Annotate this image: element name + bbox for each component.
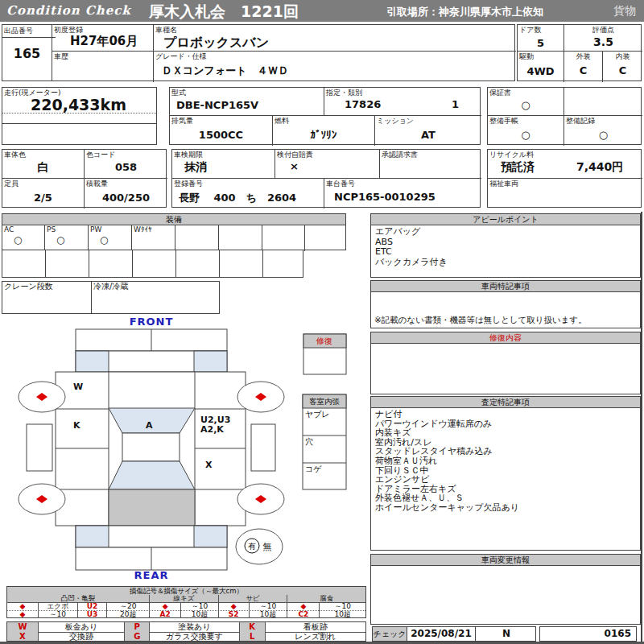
first-reg-value: H27年06月: [70, 34, 138, 49]
crane-label: クレーン段数: [4, 283, 53, 291]
cabin-interior-title: 客室内張: [309, 397, 340, 406]
color-code-label: 色コード: [86, 151, 115, 159]
equipment-item-label: PW: [90, 225, 101, 233]
change-info-panel: 車両変更情報: [370, 554, 641, 625]
equipment-item-value: ○: [56, 234, 64, 246]
car-damage-diagram: FRONT REAR: [0, 312, 370, 586]
insurance-label: 検付自賠責: [277, 151, 313, 159]
assessment-item: エンジンサビ: [375, 475, 638, 485]
front-label: FRONT: [130, 316, 174, 328]
exterior-grade: C: [564, 64, 602, 76]
maintenance-book-label: 整備手帳: [489, 117, 518, 125]
equipment-item-label: AC: [4, 225, 14, 233]
code-desc: 交換跡: [39, 632, 126, 641]
color-code-value: 058: [85, 161, 167, 173]
approval-label: 承認請求書: [382, 151, 418, 159]
equipment-item-value: ○: [100, 234, 108, 246]
mileage-value: 220,433km: [31, 96, 126, 114]
reg-no-value: 長野 400 ち 2604: [179, 191, 296, 205]
legend-cell: ～10: [181, 602, 219, 610]
legend-symbol: ◆: [150, 602, 181, 610]
legend-group: サビ: [219, 595, 288, 602]
cabin-row-label: ヤブレ: [305, 410, 330, 419]
mark-left-fender: W: [73, 382, 83, 392]
code-letter: L: [240, 632, 266, 641]
load-label: 積載量: [86, 180, 108, 188]
legend-code: U3: [78, 610, 108, 618]
assessment-item: パワーウインドウ運転席のみ: [375, 419, 638, 429]
registration-table: 車検期限 抹消 検付自賠責 × 承認請求書 登録番号 長野 400 ち 2604…: [171, 149, 481, 208]
mark-right-door-2: A2,K: [200, 424, 224, 435]
appeal-item: ABS: [375, 237, 638, 248]
recycle-table: リサイクル料 預託済 7,440円 福祉車両: [487, 149, 642, 208]
class-no: 17826: [345, 98, 381, 110]
legend-cell: 10超: [181, 610, 219, 618]
front-corner-left: [76, 351, 109, 372]
legend-symbol: ◆: [7, 610, 39, 618]
equipment-title: 装備: [2, 214, 345, 225]
vehicle-notes-title: 車両特記事項: [371, 281, 640, 292]
maintenance-book-value: ○: [488, 129, 564, 141]
documents-table: 保証書 ○ 整備手帳 ○ 整備記録 ○: [487, 87, 642, 145]
class-no2: 1: [452, 98, 459, 110]
mission-value: AT: [375, 129, 481, 141]
chassis-label: 車台番号: [326, 180, 355, 188]
code-letter: G: [125, 632, 150, 641]
drive-label: 駆動: [519, 52, 534, 60]
maintenance-record-label: 整備記録: [566, 117, 595, 125]
code-desc: ガラス交換要す: [150, 632, 240, 641]
capacity-label: 定員: [4, 180, 19, 188]
fuel-label: 燃料: [275, 117, 289, 125]
model-name-label: 車種名: [155, 26, 177, 34]
interior-label: 内装: [603, 52, 642, 60]
check-code: N: [476, 627, 537, 641]
title-bar: Condition Check 厚木入札会 1221回 引取場所：神奈川県厚木市…: [0, 0, 644, 22]
model-code-label: 型式: [171, 89, 186, 97]
notes-footnote: ※記載のない書類・機器等は無しとして取り扱います。: [374, 315, 587, 326]
welfare-label: 福祉車両: [489, 180, 518, 188]
condition-check-sheet: Condition Check 厚木入札会 1221回 引取場所：神奈川県厚木市…: [0, 0, 644, 644]
legend-symbol: ◆: [7, 602, 39, 610]
legend-code: S2: [219, 610, 250, 618]
exhibit-no: 165: [2, 46, 52, 61]
brand-logo: Condition Check: [6, 3, 131, 18]
legend-cell: ～10: [320, 602, 365, 610]
rear-corner-right: [194, 526, 227, 547]
code-desc: 板金あり: [39, 622, 126, 632]
body-color-value: 白: [2, 160, 84, 175]
assessment-item: 荷物室ＡＵ汚れ: [375, 456, 638, 466]
legend-group: 線キズ: [150, 595, 219, 602]
legend-code: C2: [287, 610, 320, 618]
spare-no: 無: [263, 542, 272, 552]
history-label: 車歴: [54, 52, 68, 60]
reg-no-label: 登録番号: [174, 180, 203, 188]
body-color-label: 車体色: [4, 151, 26, 159]
chassis-value: NCP165-0010295: [334, 191, 436, 203]
repair-mini-title: 修復: [316, 336, 332, 345]
mileage-box: 走行(現メーター) 220,433km: [2, 87, 157, 145]
exterior-label: 外装: [564, 52, 602, 60]
recycle-fee: 7,440円: [576, 160, 623, 175]
recycle-status: 預託済: [501, 160, 535, 175]
check-date: 2025/08/21: [407, 627, 476, 641]
roof: [122, 433, 180, 461]
recycle-label: リサイクル料: [489, 151, 534, 159]
score-table: ドア数 5 駆動 4WD 評価点 3.5 外装 C 内装 C: [517, 24, 642, 81]
appeal-item: エアバッグ: [375, 227, 638, 237]
legend-cell: 10超: [320, 610, 365, 618]
mark-left-door: K: [73, 420, 80, 431]
insurance-value: ×: [290, 160, 299, 172]
damage-legend-table: 損傷記号＆損傷サイズ（～最大cm） 凸凹・亀裂 線キズ サビ 腐食 ◆ エクボ …: [6, 586, 366, 618]
damage-code-table: W 板金あり P 塗装あり K 看板跡 X 交換跡 G ガラス交換要す L レン…: [6, 621, 366, 642]
code-desc: レンズ割れ: [266, 632, 365, 641]
legend-cell: ～10: [250, 602, 288, 610]
legend-group: 腐食: [287, 595, 365, 602]
code-letter: X: [7, 632, 39, 641]
drive-value: 4WD: [518, 65, 564, 77]
warranty-value: ○: [488, 99, 564, 111]
vehicle-id-table: 出品番号 165 初度登録 H27年06月 車歴 車種名 プロボックスバン グレ…: [2, 24, 515, 81]
legend-symbol: ◆: [219, 602, 250, 610]
front-corner-right: [194, 351, 227, 372]
assessment-title: 査定特記事項: [371, 397, 640, 408]
cabin-row-label: コゲ: [305, 464, 322, 473]
